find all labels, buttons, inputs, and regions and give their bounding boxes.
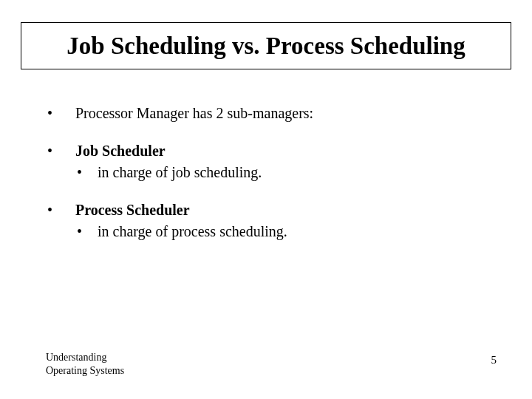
sub-bullet-text: in charge of job scheduling. — [98, 164, 262, 180]
main-bullet-list: Processor Manager has 2 sub-managers: Jo… — [46, 103, 489, 242]
sub-bullet-text: in charge of process scheduling. — [98, 223, 287, 239]
slide-title-box: Job Scheduling vs. Process Scheduling — [21, 22, 511, 69]
bullet-item: Job Scheduler in charge of job schedulin… — [46, 141, 489, 183]
bullet-item: Process Scheduler in charge of process s… — [46, 200, 489, 242]
bullet-header: Process Scheduler — [75, 202, 190, 218]
footer-line: Understanding — [46, 351, 124, 364]
slide-title: Job Scheduling vs. Process Scheduling — [66, 33, 465, 60]
bullet-header: Job Scheduler — [75, 143, 166, 159]
slide-content: Processor Manager has 2 sub-managers: Jo… — [46, 103, 489, 259]
footer-source: Understanding Operating Systems — [46, 351, 124, 377]
page-number: 5 — [491, 354, 497, 366]
sub-bullet-item: in charge of process scheduling. — [75, 222, 489, 242]
sub-bullet-item: in charge of job scheduling. — [75, 163, 489, 183]
sub-bullet-list: in charge of process scheduling. — [75, 222, 489, 242]
footer-line: Operating Systems — [46, 364, 124, 378]
bullet-item: Processor Manager has 2 sub-managers: — [46, 103, 489, 123]
sub-bullet-list: in charge of job scheduling. — [75, 163, 489, 183]
bullet-text: Processor Manager has 2 sub-managers: — [75, 105, 313, 121]
